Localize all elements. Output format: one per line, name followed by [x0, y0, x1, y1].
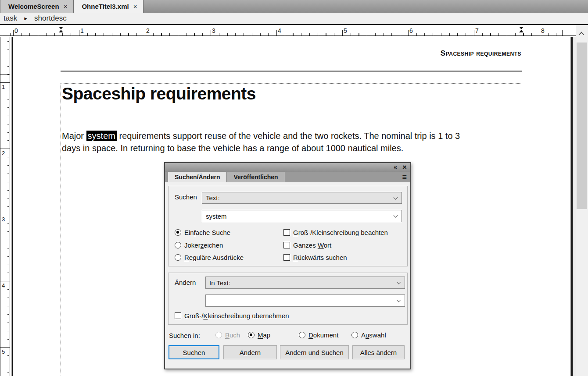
breadcrumb: task ► shortdesc [0, 13, 588, 25]
radio-icon[interactable] [175, 242, 181, 248]
radio-icon[interactable] [248, 332, 255, 338]
find-groupbox: Suchen Text: Einfache Suche Jokerzeichen [168, 186, 408, 266]
page-title[interactable]: Spaceship requirements [62, 84, 256, 103]
scrollbar-thumb[interactable] [577, 43, 587, 209]
radio-icon[interactable] [175, 254, 181, 261]
chevron-up-icon [578, 32, 584, 37]
horizontal-ruler[interactable]: 0 1 2 3 4 5 6 7 8 [0, 26, 576, 37]
tab-veroeffentlichen[interactable]: Veröffentlichen [227, 172, 285, 182]
radio-buch: Buch [215, 331, 240, 339]
radio-icon[interactable] [175, 229, 181, 236]
checkbox-icon[interactable] [283, 242, 290, 248]
close-icon[interactable]: × [402, 163, 407, 172]
vertical-ruler[interactable]: 1 2 3 4 5 [0, 37, 10, 376]
change-replace-combobox[interactable] [205, 294, 405, 307]
chevron-down-icon [397, 298, 401, 302]
checkbox-gross-klein-uebernehmen[interactable]: Groß-/Kleinschreibung übernehmen [175, 312, 289, 319]
alles-aendern-button[interactable]: Alles ändern [352, 345, 405, 359]
checkbox-rueckwaerts-suchen[interactable]: Rückwärts suchen [283, 253, 347, 261]
ruler-number: 5 [2, 348, 5, 355]
breadcrumb-item-shortdesc[interactable]: shortdesc [34, 14, 67, 23]
radio-einfache-suche[interactable]: Einfache Suche [175, 228, 230, 236]
checkbox-icon[interactable] [175, 312, 181, 319]
ruler-baseline [0, 35, 576, 36]
chevron-down-icon [394, 213, 398, 218]
body-text: days in space. In returning to base the … [62, 143, 403, 153]
page-right-gap [573, 37, 576, 376]
tab-suchen-aendern[interactable]: Suchen/Ändern [168, 172, 227, 182]
vertical-scrollbar[interactable] [576, 25, 588, 376]
panel-menu-icon[interactable]: ≡ [402, 172, 407, 182]
checkbox-ganzes-wort[interactable]: Ganzes Wort [283, 241, 331, 249]
dialog-titlebar[interactable]: « × [165, 163, 410, 172]
indent-marker-icon[interactable] [519, 27, 524, 33]
change-groupbox: Ändern In Text: Groß-/Kleinschreibung üb… [168, 273, 408, 325]
radio-label: Map [258, 331, 270, 339]
checkbox-gross-klein-beachten[interactable]: Groß-/Kleinschreibung beachten [283, 228, 388, 236]
radio-label: Einfache Suche [184, 229, 230, 236]
ruler-number: 4 [2, 282, 5, 289]
ruler-number: 7 [475, 27, 479, 34]
suchen-button[interactable]: Suchen [169, 345, 219, 359]
find-type-value: Text: [206, 194, 220, 202]
tab-welcomescreen[interactable]: WelcomeScreen × [0, 0, 74, 13]
page-left-edge [11, 37, 11, 376]
close-icon[interactable]: × [64, 3, 68, 10]
radio-icon[interactable] [299, 332, 305, 338]
search-match-highlight: system [86, 131, 117, 141]
ruler-number: 1 [2, 84, 5, 90]
close-icon[interactable]: × [133, 3, 137, 10]
radio-label: Auswahl [361, 331, 386, 339]
body-paragraph[interactable]: Major system requirements support reuse … [62, 130, 525, 154]
scroll-up-button[interactable] [576, 26, 588, 41]
radio-label: Buch [225, 331, 240, 339]
ruler-number: 5 [344, 27, 347, 34]
find-type-dropdown[interactable]: Text: [202, 192, 402, 204]
checkbox-icon[interactable] [283, 254, 290, 261]
find-change-dialog: « × Suchen/Ändern Veröffentlichen ≡ Such… [164, 162, 411, 369]
change-label: Ändern [175, 279, 196, 286]
breadcrumb-item-task[interactable]: task [4, 14, 17, 23]
change-type-dropdown[interactable]: In Text: [205, 277, 405, 289]
radio-icon [215, 332, 222, 338]
radio-label: Jokerzeichen [184, 241, 223, 249]
radio-map[interactable]: Map [248, 331, 270, 339]
dialog-body: Suchen Text: Einfache Suche Jokerzeichen [165, 182, 410, 369]
body-line: Major system requirements support reuse … [62, 130, 525, 142]
ruler-number: 8 [541, 27, 545, 34]
radio-dokument[interactable]: Dokument [299, 331, 338, 339]
radio-label: Reguläre Ausdrücke [184, 254, 244, 261]
find-label: Suchen [175, 193, 197, 201]
checkbox-label: Groß-/Kleinschreibung beachten [293, 229, 388, 236]
aendern-button[interactable]: Ändern [223, 345, 277, 359]
body-text: requirements support reuse of the vehicl… [117, 131, 460, 141]
ruler-number: 6 [409, 27, 413, 34]
aendern-und-suchen-button[interactable]: Ändern und Suchen [280, 345, 349, 359]
page-right-edge [570, 37, 570, 376]
body-text: Major [62, 131, 86, 141]
change-replace-input[interactable] [209, 297, 393, 305]
application-window: WelcomeScreen × OhneTitel3.xml × task ► … [0, 0, 588, 376]
checkbox-label: Ganzes Wort [293, 241, 331, 249]
ruler-number: 2 [146, 27, 150, 34]
chevron-down-icon [397, 280, 401, 284]
chevron-down-icon [394, 195, 398, 199]
radio-auswahl[interactable]: Auswahl [351, 331, 386, 339]
tab-welcomescreen-label: WelcomeScreen [8, 3, 59, 10]
find-query-input[interactable] [206, 213, 390, 220]
search-in-label: Suchen in: [169, 332, 200, 339]
ruler-number: 0 [14, 27, 18, 34]
checkbox-icon[interactable] [283, 229, 290, 236]
header-rule [61, 71, 522, 72]
ruler-number: 3 [2, 216, 5, 223]
running-header: Spaceship requirements [441, 49, 521, 58]
tab-ohnetitel3[interactable]: OhneTitel3.xml × [74, 0, 143, 13]
collapse-icon[interactable]: « [394, 163, 397, 170]
find-query-combobox[interactable] [202, 210, 402, 222]
ruler-number: 1 [80, 27, 84, 34]
radio-regulaere-ausdruecke[interactable]: Reguläre Ausdrücke [175, 253, 244, 261]
radio-icon[interactable] [351, 332, 358, 338]
body-line: days in space. In returning to base the … [62, 142, 525, 154]
radio-jokerzeichen[interactable]: Jokerzeichen [175, 241, 223, 249]
indent-marker-icon[interactable] [59, 27, 64, 33]
